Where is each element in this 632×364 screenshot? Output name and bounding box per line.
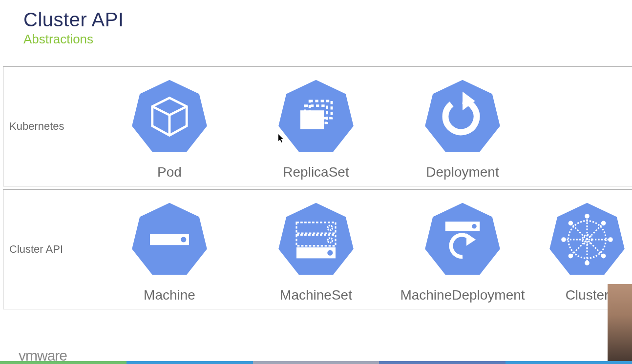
slide-subtitle: Abstractions bbox=[23, 32, 632, 47]
item-machineset: MachineSet bbox=[243, 201, 389, 303]
item-machine: Machine bbox=[96, 201, 243, 303]
row-items: Machine MachineSet MachineDeployment Clu… bbox=[96, 190, 632, 309]
row-kubernetes: Kubernetes Pod ReplicaSet Deployment bbox=[3, 66, 632, 186]
item-label: MachineSet bbox=[280, 287, 352, 303]
footer-color-bar bbox=[0, 361, 632, 364]
machinedeployment-icon bbox=[423, 201, 502, 279]
item-label: Pod bbox=[157, 164, 182, 180]
row-clusterapi: Cluster API Machine MachineSet MachineDe… bbox=[3, 189, 632, 309]
item-machinedeployment: MachineDeployment bbox=[389, 201, 536, 303]
replicaset-icon bbox=[277, 78, 355, 156]
item-label: Cluster bbox=[566, 287, 609, 303]
item-label: Machine bbox=[144, 287, 195, 303]
slide-header: Cluster API Abstractions bbox=[0, 0, 632, 47]
row-items: Pod ReplicaSet Deployment bbox=[96, 67, 632, 186]
item-deployment: Deployment bbox=[389, 78, 536, 180]
abstraction-rows: Kubernetes Pod ReplicaSet Deployment bbox=[0, 66, 632, 309]
row-label-clusterapi: Cluster API bbox=[3, 243, 96, 256]
item-label: ReplicaSet bbox=[283, 164, 349, 180]
pod-icon bbox=[130, 78, 209, 156]
deployment-icon bbox=[423, 78, 502, 156]
item-label: MachineDeployment bbox=[400, 287, 525, 303]
row-label-kubernetes: Kubernetes bbox=[3, 120, 96, 133]
machine-icon bbox=[130, 201, 209, 279]
item-label: Deployment bbox=[426, 164, 499, 180]
item-pod: Pod bbox=[96, 78, 243, 180]
slide-title: Cluster API bbox=[23, 9, 632, 31]
cluster-icon bbox=[548, 201, 626, 279]
machineset-icon bbox=[277, 201, 355, 279]
webcam-overlay bbox=[608, 284, 632, 361]
item-replicaset: ReplicaSet bbox=[243, 78, 389, 180]
